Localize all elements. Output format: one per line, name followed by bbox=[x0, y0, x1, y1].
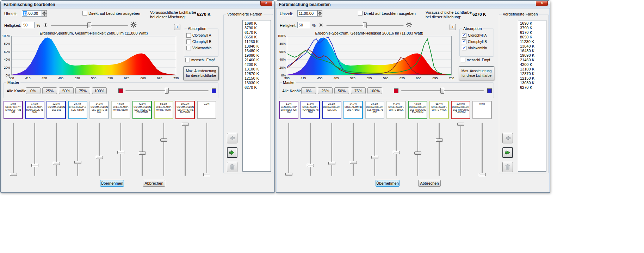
channel-info-box[interactable]: 100.0% OSRAM-OSLON-SSL-HYPERRED-656NM bbox=[451, 101, 470, 119]
channel-slider-thumb[interactable] bbox=[457, 123, 464, 126]
channel-slider[interactable] bbox=[386, 123, 406, 176]
kelvin-list-item[interactable]: 8650 K bbox=[518, 35, 546, 39]
cancel-button[interactable]: Abbrechen bbox=[418, 180, 441, 187]
kelvin-list-item[interactable]: 13840 K bbox=[243, 44, 271, 49]
kelvin-list-item[interactable]: 16480 K bbox=[243, 49, 271, 53]
kelvin-list-item[interactable]: 13030 K bbox=[243, 81, 271, 85]
titlebar[interactable]: Farbmischung bearbeiten × bbox=[276, 1, 550, 8]
brightness-input[interactable]: 50 bbox=[22, 22, 35, 28]
predefined-colors-list[interactable]: 1690 K3790 K6170 K8650 K11230 K13840 K16… bbox=[242, 20, 271, 172]
channel-slider-thumb[interactable] bbox=[479, 173, 486, 176]
channel-slider[interactable] bbox=[4, 123, 23, 176]
delete-color-button[interactable] bbox=[227, 162, 237, 172]
channel-slider[interactable] bbox=[365, 123, 384, 176]
channel-info-box[interactable]: 44.0% CREE-XLAMP-WHITE-6500K bbox=[386, 101, 406, 119]
channel-slider[interactable] bbox=[175, 123, 195, 176]
channel-info-box[interactable]: 17.9% CREE-XLAMP-ROYALBLUE-455NM bbox=[25, 101, 44, 119]
kelvin-list-item[interactable]: 1690 K bbox=[243, 21, 271, 26]
master-preset-button[interactable]: 50% bbox=[59, 87, 74, 94]
max-level-button[interactable]: Max. Aussteuerung für diese Lichtfarbe bbox=[459, 66, 494, 80]
checkbox-box[interactable] bbox=[186, 39, 191, 44]
kelvin-list-item[interactable]: 11230 K bbox=[243, 39, 271, 44]
spin-down-button[interactable] bbox=[42, 13, 47, 17]
checkbox-box[interactable] bbox=[82, 11, 87, 16]
load-color-button[interactable] bbox=[502, 133, 513, 143]
checkbox-box[interactable] bbox=[461, 58, 465, 62]
master-preset-button[interactable]: 0% bbox=[301, 87, 316, 94]
absorption-checkbox[interactable]: Violaxanthin bbox=[462, 46, 487, 50]
kelvin-list-item[interactable]: 3790 K bbox=[518, 26, 546, 30]
checkbox-box[interactable] bbox=[358, 11, 363, 16]
kelvin-list-item[interactable]: 1690 K bbox=[518, 21, 546, 26]
channel-slider[interactable] bbox=[279, 123, 298, 176]
checkbox-box[interactable] bbox=[462, 33, 466, 38]
channel-slider-thumb[interactable] bbox=[328, 162, 335, 165]
master-preset-button[interactable]: 50% bbox=[334, 87, 349, 94]
time-input[interactable]: 11:00:00 bbox=[297, 10, 317, 17]
kelvin-list-item[interactable]: 4200 K bbox=[243, 62, 271, 67]
kelvin-list-item[interactable]: 13100 K bbox=[243, 67, 271, 72]
channel-slider-thumb[interactable] bbox=[53, 162, 60, 165]
close-button[interactable]: × bbox=[536, 1, 548, 6]
absorption-checkbox[interactable]: Clorophyll A bbox=[186, 33, 211, 38]
channel-slider[interactable] bbox=[25, 123, 44, 176]
absorption-checkbox[interactable]: Violaxanthin bbox=[186, 46, 211, 50]
channel-slider[interactable] bbox=[132, 123, 152, 176]
absorption-checkbox[interactable]: Clorophyll B bbox=[462, 39, 487, 44]
kelvin-list-item[interactable]: 11230 K bbox=[518, 39, 546, 44]
apply-button[interactable]: Übernehmen bbox=[376, 180, 400, 187]
master-preset-button[interactable]: 25% bbox=[318, 87, 333, 94]
checkbox-box[interactable] bbox=[186, 33, 191, 38]
channel-slider-thumb[interactable] bbox=[203, 173, 210, 176]
master-preset-button[interactable]: 75% bbox=[75, 87, 90, 94]
channel-slider-thumb[interactable] bbox=[160, 138, 167, 142]
load-color-button[interactable] bbox=[227, 133, 237, 143]
human-sensitivity-checkbox[interactable]: menschl. Empf. bbox=[461, 58, 491, 62]
channel-slider-thumb[interactable] bbox=[10, 173, 17, 176]
save-color-button[interactable] bbox=[227, 147, 237, 158]
max-level-button[interactable]: Max. Aussteuerung für diese Lichtfarbe bbox=[183, 66, 219, 80]
kelvin-list-item[interactable]: 6170 K bbox=[243, 30, 271, 35]
checkbox-box[interactable] bbox=[186, 46, 191, 50]
kelvin-list-item[interactable]: 21460 K bbox=[243, 58, 271, 62]
spin-down-button[interactable] bbox=[317, 13, 322, 17]
kelvin-list-item[interactable]: 21460 K bbox=[518, 58, 546, 62]
channel-slider-thumb[interactable] bbox=[182, 123, 189, 126]
master-slider[interactable] bbox=[125, 87, 209, 94]
channel-slider-thumb[interactable] bbox=[393, 151, 400, 154]
kelvin-list-item[interactable]: 4200 K bbox=[518, 62, 546, 67]
channel-slider-thumb[interactable] bbox=[307, 164, 314, 167]
absorption-checkbox[interactable]: Clorophyll A bbox=[462, 33, 487, 38]
channel-slider-thumb[interactable] bbox=[74, 161, 81, 164]
channel-slider-thumb[interactable] bbox=[139, 152, 146, 155]
channel-slider[interactable] bbox=[111, 123, 130, 176]
kelvin-list-item[interactable]: 13100 K bbox=[518, 67, 546, 72]
master-slider[interactable] bbox=[400, 87, 485, 94]
channel-info-box[interactable]: 24.7% CREE-XLAMP-BLUE-475NM bbox=[343, 101, 363, 119]
kelvin-list-item[interactable]: 13840 K bbox=[518, 44, 546, 49]
channel-slider[interactable] bbox=[68, 123, 87, 176]
apply-button[interactable]: Übernehmen bbox=[100, 180, 124, 187]
expand-button[interactable]: + bbox=[174, 24, 180, 30]
channel-slider-thumb[interactable] bbox=[96, 156, 103, 159]
brightness-slider[interactable] bbox=[50, 22, 129, 29]
save-color-button[interactable] bbox=[502, 147, 513, 158]
master-preset-button[interactable]: 100% bbox=[367, 87, 382, 94]
channel-info-box[interactable]: 34.1% OSRAM-OSLON-SSL-WHITE-7500K bbox=[89, 101, 109, 119]
channel-info-box[interactable]: 44.0% CREE-XLAMP-WHITE-6500K bbox=[111, 101, 130, 119]
kelvin-list-item[interactable]: 8650 K bbox=[243, 35, 271, 39]
spin-up-button[interactable] bbox=[42, 10, 47, 13]
channel-slider-thumb[interactable] bbox=[117, 151, 124, 154]
channel-slider[interactable] bbox=[47, 123, 66, 176]
direct-output-checkbox[interactable]: Direkt auf Leuchten ausgeben bbox=[82, 11, 140, 16]
master-slider-thumb[interactable] bbox=[440, 88, 444, 94]
channel-slider[interactable] bbox=[89, 123, 109, 176]
kelvin-list-item[interactable]: 6270 K bbox=[243, 85, 271, 90]
human-sensitivity-checkbox[interactable]: menschl. Empf. bbox=[185, 58, 216, 62]
cancel-button[interactable]: Abbrechen bbox=[143, 180, 165, 187]
channel-info-box[interactable]: 100.0% OSRAM-OSLON-SSL-HYPERRED-656NM bbox=[175, 101, 195, 119]
kelvin-list-item[interactable]: 12870 K bbox=[243, 72, 271, 76]
channel-info-box[interactable]: 42.9% OSRAM-OSLON-SSL-TRUEGREEN-528NM bbox=[132, 101, 152, 119]
brightness-slider[interactable] bbox=[326, 22, 404, 29]
titlebar[interactable]: Farbmischung bearbeiten × bbox=[1, 1, 274, 8]
